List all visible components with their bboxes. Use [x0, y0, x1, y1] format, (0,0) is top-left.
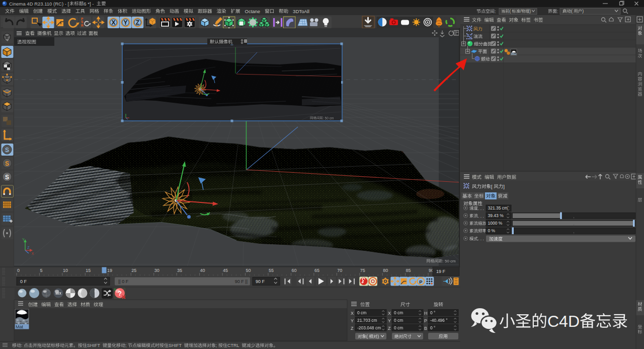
svg-text:X: X [388, 311, 391, 316]
svg-text:5: 5 [40, 268, 43, 273]
svg-text:Z: Z [136, 19, 139, 26]
svg-text:S: S [5, 147, 9, 154]
svg-text:Z: Z [351, 326, 354, 331]
svg-text:CTRL: CTRL [227, 343, 239, 348]
svg-text:35: 35 [177, 268, 182, 273]
svg-text:): ) [582, 9, 584, 14]
svg-text:0 cm: 0 cm [394, 318, 403, 323]
svg-text:R: R [81, 24, 84, 27]
svg-text:0 cm: 0 cm [357, 310, 366, 315]
svg-text:-40.496 °: -40.496 ° [430, 318, 448, 323]
svg-text:0 cm: 0 cm [394, 325, 403, 330]
svg-text:39.43 %: 39.43 % [488, 213, 504, 218]
svg-text:Cinema 4D R23.110 (RC) - [: Cinema 4D R23.110 (RC) - [ [9, 1, 69, 7]
svg-text:80: 80 [383, 268, 388, 273]
svg-text:X: X [112, 19, 116, 26]
svg-text:SHIFT: SHIFT [169, 343, 182, 348]
svg-text:Z: Z [27, 246, 30, 249]
svg-text:. . .: . . . [478, 206, 484, 211]
svg-text:H: H [424, 311, 428, 316]
svg-text:21.703 cm: 21.703 cm [357, 318, 377, 323]
svg-text:65: 65 [314, 268, 319, 273]
svg-text:(: ( [366, 334, 368, 339]
svg-text:40: 40 [200, 268, 205, 273]
svg-text:6 *] -: 6 *] - [84, 1, 94, 7]
svg-text:[: [ [491, 184, 493, 189]
svg-text:50: 50 [246, 268, 251, 273]
svg-text:19: 19 [107, 268, 112, 273]
svg-text::: : [557, 9, 558, 14]
svg-text:;: ; [216, 343, 217, 348]
svg-text:0 %: 0 % [488, 228, 496, 233]
svg-text:?: ? [118, 290, 122, 297]
svg-text:X: X [351, 311, 354, 316]
svg-text:Y: Y [388, 318, 391, 323]
svg-text:P: P [424, 318, 427, 323]
svg-text:(: ( [509, 9, 511, 14]
svg-text:55: 55 [269, 268, 274, 273]
svg-text:30: 30 [154, 268, 159, 273]
svg-text:: 50 cm: : 50 cm [443, 259, 456, 263]
svg-text:(: ( [571, 9, 573, 14]
svg-text:Y: Y [22, 238, 25, 241]
svg-text:. . .: . . . [478, 236, 484, 241]
svg-text:MIX: MIX [55, 292, 61, 295]
svg-text:): ) [530, 9, 531, 14]
svg-text:Mat: Mat [16, 324, 24, 329]
svg-text:1000 %: 1000 % [488, 221, 503, 226]
svg-text:): ) [377, 334, 379, 339]
svg-text:90 F ||: 90 F || [235, 279, 248, 284]
svg-text:. . .: . . . [478, 214, 484, 219]
svg-text:B: B [424, 326, 427, 331]
svg-text:3DToAll: 3DToAll [293, 9, 309, 14]
svg-text:0 °: 0 ° [430, 310, 436, 315]
svg-text:10: 10 [63, 268, 68, 273]
svg-text:Octane: Octane [245, 9, 261, 14]
svg-text:0 °: 0 ° [430, 325, 436, 330]
svg-text:75: 75 [360, 268, 365, 273]
svg-text:0 cm: 0 cm [394, 310, 403, 315]
svg-text:]: ] [503, 184, 505, 189]
svg-text:25: 25 [131, 268, 136, 273]
svg-text:X: X [32, 252, 34, 255]
svg-text:15: 15 [86, 268, 91, 273]
svg-text::: : [495, 9, 496, 14]
svg-text:19 F: 19 F [436, 269, 446, 274]
svg-text:0 F: 0 F [20, 279, 27, 284]
svg-text:P: P [419, 279, 423, 285]
svg-text:C4D: C4D [547, 312, 580, 330]
svg-text:;: ; [125, 343, 127, 348]
svg-text::: : [21, 343, 23, 348]
svg-text:SHIFT: SHIFT [87, 343, 101, 348]
svg-text:70: 70 [337, 268, 342, 273]
svg-text:Y: Y [351, 318, 354, 323]
svg-text:: 50 cm: : 50 cm [323, 116, 334, 120]
svg-text:85: 85 [406, 268, 411, 273]
svg-text:45: 45 [223, 268, 228, 273]
svg-text:60: 60 [291, 268, 296, 273]
svg-text:|| 0 F: || 0 F [118, 279, 129, 284]
svg-text:S: S [5, 160, 9, 167]
svg-text:Y: Y [124, 19, 128, 26]
svg-text:-203.048 cm: -203.048 cm [357, 325, 381, 330]
svg-text:S: S [5, 174, 9, 181]
svg-text:Z: Z [388, 326, 391, 331]
svg-text:90 F: 90 F [256, 279, 265, 284]
svg-text:0: 0 [17, 268, 20, 273]
svg-text:321.35 cm: 321.35 cm [488, 205, 508, 211]
